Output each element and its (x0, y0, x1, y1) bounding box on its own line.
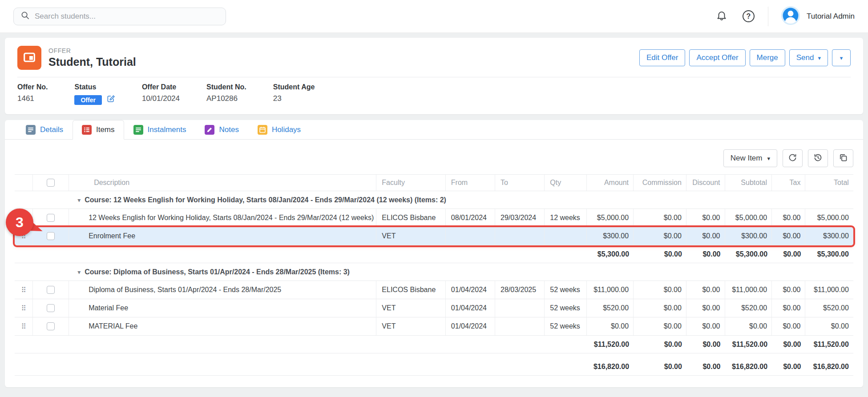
page-title: Student, Tutorial (48, 56, 136, 68)
offer-date-field: Offer Date 10/01/2024 (142, 83, 180, 105)
table-row-highlighted[interactable]: 3 ⠿ Enrolment Fee VET $300.00 $0.00 $0.0… (15, 227, 853, 245)
notes-tab-icon (205, 125, 214, 135)
drag-handle-icon[interactable]: ⠿ (21, 322, 26, 331)
duplicate-button[interactable] (833, 149, 853, 167)
student-age-field: Student Age 23 (273, 83, 315, 105)
column-header-from: From (446, 175, 495, 191)
course-group-row[interactable]: ▾ Course: Diploma of Business, Starts 01… (15, 263, 853, 281)
student-search[interactable] (13, 8, 226, 25)
record-type-label: OFFER (48, 47, 136, 54)
user-name: Tutorial Admin (807, 12, 855, 21)
tab-holidays[interactable]: Holidays (248, 120, 310, 139)
offer-icon (17, 46, 41, 70)
column-header-description: Description (69, 175, 376, 191)
search-input[interactable] (35, 12, 218, 21)
student-no-link[interactable]: AP10286 (206, 94, 246, 103)
table-row[interactable]: 12 Weeks English for Working Holiday, St… (15, 209, 853, 227)
select-all-checkbox[interactable] (47, 179, 55, 187)
items-tab-icon (82, 125, 92, 135)
column-header-commission: Commission (634, 175, 686, 191)
student-age-value: 23 (273, 94, 315, 103)
send-button[interactable]: Send▾ (789, 49, 828, 66)
accept-offer-button[interactable]: Accept Offer (689, 49, 745, 66)
avatar (781, 6, 800, 27)
drag-handle-icon[interactable]: ⠿ (21, 286, 26, 294)
drag-handle-icon[interactable]: ⠿ (21, 232, 26, 241)
status-field: Status Offer (74, 83, 115, 105)
offer-header-card: OFFER Student, Tutorial Edit Offer Accep… (5, 38, 863, 114)
bell-icon (716, 10, 727, 23)
history-button[interactable] (808, 149, 828, 167)
column-header-to: To (495, 175, 545, 191)
collapse-caret-icon[interactable]: ▾ (77, 269, 81, 276)
column-header-qty: Qty (545, 175, 586, 191)
row-checkbox[interactable] (47, 232, 55, 240)
table-spacer (15, 353, 853, 358)
edit-status-icon[interactable] (106, 94, 115, 105)
items-toolbar: New Item ▾ (15, 149, 853, 167)
offer-date-value: 10/01/2024 (142, 94, 180, 103)
refresh-button[interactable] (783, 149, 803, 167)
grand-total-row: $16,820.00 $0.00 $0.00 $16,820.00 $0.00 … (15, 358, 853, 376)
table-header-row: Description Faculty From To Qty Amount C… (15, 174, 853, 191)
tab-details[interactable]: Details (16, 120, 73, 139)
group-subtotal-row: $11,520.00 $0.00 $0.00 $11,520.00 $0.00 … (15, 336, 853, 353)
table-row[interactable]: ⠿ Material Fee VET 01/04/2024 52 weeks $… (15, 299, 853, 317)
offer-no-value: 1461 (17, 94, 48, 103)
offer-detail-card: Details Items Instalments Notes Holidays… (5, 120, 863, 387)
user-menu[interactable]: Tutorial Admin (781, 6, 855, 27)
notifications-button[interactable] (716, 10, 727, 23)
column-header-subtotal: Subtotal (725, 175, 772, 191)
offer-no-field: Offer No. 1461 (17, 83, 48, 105)
column-header-faculty: Faculty (376, 175, 446, 191)
student-no-field: Student No. AP10286 (206, 83, 246, 105)
tabstrip: Details Items Instalments Notes Holidays (5, 120, 863, 140)
status-badge: Offer (74, 95, 101, 105)
course-group-row[interactable]: ▾ Course: 12 Weeks English for Working H… (15, 191, 853, 209)
handle-column-header (15, 175, 33, 191)
column-header-tax: Tax (772, 175, 805, 191)
tab-items[interactable]: Items (73, 120, 124, 140)
items-table: Description Faculty From To Qty Amount C… (15, 174, 853, 376)
more-actions-button[interactable]: ▾ (832, 49, 851, 66)
new-item-button[interactable]: New Item ▾ (723, 149, 777, 167)
holidays-tab-icon (258, 125, 267, 135)
group-subtotal-row: $5,300.00 $0.00 $0.00 $5,300.00 $0.00 $5… (15, 245, 853, 263)
tab-notes[interactable]: Notes (195, 120, 248, 139)
row-checkbox[interactable] (47, 322, 55, 330)
drag-handle-cell (15, 209, 33, 227)
tab-instalments[interactable]: Instalments (124, 120, 196, 139)
row-checkbox[interactable] (47, 304, 55, 312)
column-header-amount: Amount (587, 175, 634, 191)
search-icon (21, 11, 29, 21)
topbar: ? Tutorial Admin (0, 0, 868, 33)
details-tab-icon (26, 125, 36, 135)
column-header-discount: Discount (686, 175, 725, 191)
column-header-total: Total (805, 175, 853, 191)
help-button[interactable]: ? (743, 10, 755, 22)
group-title: Course: Diploma of Business, Starts 01/A… (85, 268, 350, 276)
topbar-right: ? Tutorial Admin (716, 6, 855, 27)
items-panel: New Item ▾ Description Faculty From (5, 140, 863, 387)
refresh-icon (788, 153, 797, 164)
topbar-divider (768, 7, 768, 26)
group-title: Course: 12 Weeks English for Working Hol… (85, 196, 446, 204)
drag-handle-icon[interactable]: ⠿ (21, 304, 26, 313)
offer-info-row: Offer No. 1461 Status Offer Offer Date 1… (17, 77, 851, 105)
table-row[interactable]: ⠿ MATERIAL Fee VET 01/04/2024 52 weeks $… (15, 317, 853, 336)
caret-down-icon: ▾ (767, 156, 770, 161)
caret-down-icon: ▾ (840, 55, 843, 61)
caret-down-icon: ▾ (818, 55, 821, 61)
row-checkbox[interactable] (47, 214, 55, 222)
table-row[interactable]: ⠿ Diploma of Business, Starts 01/Apr/202… (15, 281, 853, 299)
instalments-tab-icon (133, 125, 143, 135)
help-icon: ? (743, 10, 755, 22)
merge-button[interactable]: Merge (750, 49, 785, 66)
edit-offer-button[interactable]: Edit Offer (639, 49, 686, 66)
history-icon (813, 153, 823, 164)
collapse-caret-icon[interactable]: ▾ (77, 196, 81, 204)
row-checkbox[interactable] (47, 286, 55, 294)
duplicate-icon (839, 153, 848, 164)
